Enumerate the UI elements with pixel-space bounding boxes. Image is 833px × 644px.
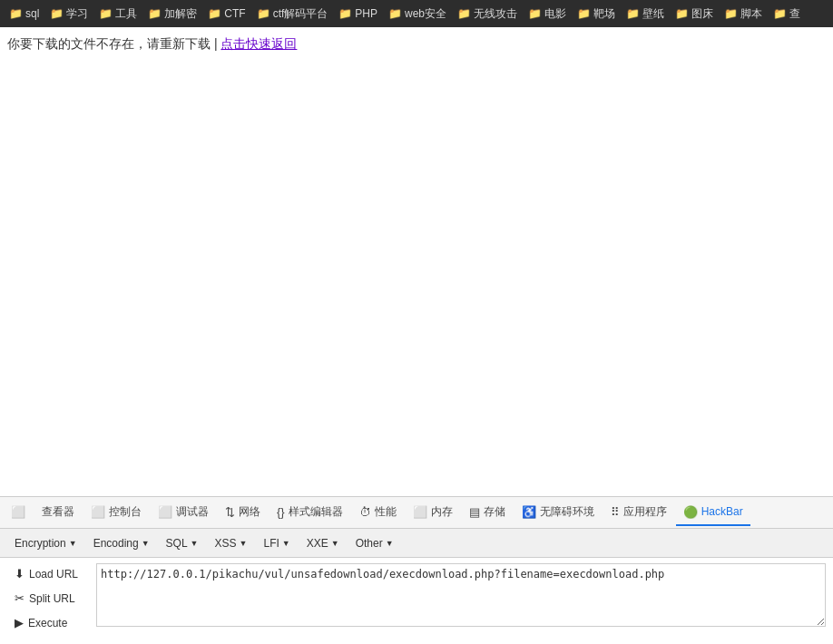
hackbar-toolbar-btn-xss[interactable]: XSS▼ <box>208 534 255 552</box>
bookmark-label: 靶场 <box>593 6 615 22</box>
split-url-label: Split URL <box>29 592 75 605</box>
hackbar-toolbar-label-3: XSS <box>215 537 237 550</box>
bookmark-label: 加解密 <box>164 6 197 22</box>
caret-icon-1: ▼ <box>142 539 150 548</box>
caret-icon-0: ▼ <box>69 539 77 548</box>
bookmark-item-工具[interactable]: 📁工具 <box>95 5 141 24</box>
devtools-tab-内存[interactable]: ⬜内存 <box>406 499 460 527</box>
execute-icon: ▶ <box>15 616 24 629</box>
bookmark-label: 查 <box>789 6 800 22</box>
error-link[interactable]: 点击快速返回 <box>220 36 297 51</box>
url-input[interactable] <box>96 563 826 627</box>
hackbar-toolbar-btn-encoding[interactable]: Encoding▼ <box>86 534 157 552</box>
devtools-tab-icon[interactable]: ⬜ <box>4 500 33 526</box>
folder-icon: 📁 <box>388 7 402 20</box>
error-message: 你要下载的文件不存在，请重新下载 | 点击快速返回 <box>7 36 826 53</box>
folder-icon: 📁 <box>675 7 689 20</box>
main-content: 你要下载的文件不存在，请重新下载 | 点击快速返回 <box>0 27 833 499</box>
folder-icon: 📁 <box>99 7 113 20</box>
folder-icon: 📁 <box>257 7 270 20</box>
bookmark-label: 图床 <box>691 6 713 22</box>
bookmark-item-加解密[interactable]: 📁加解密 <box>144 5 201 24</box>
bookmark-item-图床[interactable]: 📁图床 <box>671 5 717 24</box>
bookmark-item-PHP[interactable]: 📁PHP <box>335 5 381 22</box>
devtools-tab-控制台[interactable]: ⬜控制台 <box>83 499 149 527</box>
bookmark-label: web安全 <box>405 6 446 22</box>
tab-label-9: 无障碍环境 <box>540 504 594 520</box>
devtools-tab-应用程序[interactable]: ⠿应用程序 <box>603 499 674 527</box>
caret-icon-6: ▼ <box>386 539 394 548</box>
folder-icon: 📁 <box>724 7 738 20</box>
tab-icon-2: ⬜ <box>91 505 105 519</box>
bookmark-item-电影[interactable]: 📁电影 <box>524 5 570 24</box>
folder-icon: 📁 <box>9 7 23 20</box>
tab-icon-11: 🟢 <box>683 505 698 519</box>
bookmark-item-CTF[interactable]: 📁CTF <box>204 5 249 22</box>
folder-icon: 📁 <box>528 7 542 20</box>
hackbar-toolbar-label-0: Encryption <box>15 537 66 550</box>
tab-icon-9: ♿ <box>522 505 536 519</box>
hackbar-toolbar-btn-xxe[interactable]: XXE▼ <box>299 534 347 552</box>
bookmark-item-sql[interactable]: 📁sql <box>5 5 43 22</box>
hackbar-toolbar-btn-encryption[interactable]: Encryption▼ <box>7 534 84 552</box>
hackbar-toolbar-label-2: SQL <box>166 537 188 550</box>
tab-label-11: HackBar <box>701 505 743 518</box>
devtools-tab-性能[interactable]: ⏱性能 <box>352 499 404 527</box>
bookmark-label: CTF <box>224 7 245 20</box>
tab-icon-6: ⏱ <box>359 505 371 519</box>
bookmark-label: PHP <box>355 7 377 20</box>
tab-label-1: 查看器 <box>42 504 74 520</box>
hackbar-toolbar-btn-other[interactable]: Other▼ <box>348 534 401 552</box>
folder-icon: 📁 <box>208 7 221 20</box>
bookmark-item-查[interactable]: 📁查 <box>769 5 804 24</box>
devtools-tab-存储[interactable]: ▤存储 <box>462 499 513 527</box>
bookmark-label: 学习 <box>66 6 88 22</box>
split-url-button[interactable]: ✂ Split URL <box>7 588 89 609</box>
devtools-tab-网络[interactable]: ⇅网络 <box>218 499 268 527</box>
execute-label: Execute <box>28 617 67 629</box>
bookmark-item-ctf解码平台[interactable]: 📁ctf解码平台 <box>253 5 332 24</box>
bookmark-item-无线攻击[interactable]: 📁无线攻击 <box>454 5 521 24</box>
caret-icon-5: ▼ <box>331 539 339 548</box>
bookmark-item-壁纸[interactable]: 📁壁纸 <box>622 5 668 24</box>
tab-label-7: 内存 <box>431 504 453 520</box>
load-url-label: Load URL <box>29 568 78 581</box>
tab-icon-8: ▤ <box>469 505 480 519</box>
bookmark-item-脚本[interactable]: 📁脚本 <box>720 5 766 24</box>
devtools-tab-调试器[interactable]: ⬜调试器 <box>151 499 216 527</box>
bookmark-label: ctf解码平台 <box>273 6 328 22</box>
bookmark-item-靶场[interactable]: 📁靶场 <box>573 5 619 24</box>
devtools-tab-样式编辑器[interactable]: {}样式编辑器 <box>270 499 350 527</box>
devtools-tab-查看器[interactable]: 查看器 <box>34 499 82 527</box>
bookmark-item-学习[interactable]: 📁学习 <box>46 5 92 24</box>
folder-icon: 📁 <box>50 7 64 20</box>
tab-label-10: 应用程序 <box>623 504 667 520</box>
folder-icon: 📁 <box>338 7 352 20</box>
bookmark-label: 无线攻击 <box>474 6 517 22</box>
devtools-tab-HackBar[interactable]: 🟢HackBar <box>676 500 750 526</box>
caret-icon-3: ▼ <box>240 539 248 548</box>
error-text: 你要下载的文件不存在，请重新下载 | <box>7 36 220 51</box>
folder-icon: 📁 <box>577 7 591 20</box>
tab-icon-10: ⠿ <box>611 505 620 519</box>
hackbar-toolbar-label-6: Other <box>356 537 383 550</box>
bookmark-label: 脚本 <box>740 6 762 22</box>
load-url-button[interactable]: ⬇ Load URL <box>7 563 89 584</box>
tab-icon-7: ⬜ <box>413 505 427 519</box>
folder-icon: 📁 <box>457 7 471 20</box>
devtools-panel: ⬜查看器⬜控制台⬜调试器⇅网络{}样式编辑器⏱性能⬜内存▤存储♿无障碍环境⠿应用… <box>0 496 833 644</box>
hackbar-toolbar: Encryption▼Encoding▼SQL▼XSS▼LFI▼XXE▼Othe… <box>0 529 833 558</box>
tab-label-5: 样式编辑器 <box>289 504 343 520</box>
bookmark-item-web安全[interactable]: 📁web安全 <box>385 5 450 24</box>
execute-button[interactable]: ▶ Execute <box>7 612 89 633</box>
load-url-icon: ⬇ <box>15 567 24 581</box>
devtools-tab-无障碍环境[interactable]: ♿无障碍环境 <box>514 499 602 527</box>
hackbar-toolbar-btn-lfi[interactable]: LFI▼ <box>256 534 297 552</box>
tab-icon-4: ⇅ <box>225 505 235 519</box>
bookmark-label: 电影 <box>544 6 566 22</box>
hackbar-toolbar-btn-sql[interactable]: SQL▼ <box>159 534 206 552</box>
bookmark-label: 工具 <box>115 6 137 22</box>
tab-icon-3: ⬜ <box>158 505 172 519</box>
hackbar-url-area <box>96 563 826 639</box>
bookmarks-bar: 📁sql📁学习📁工具📁加解密📁CTF📁ctf解码平台📁PHP📁web安全📁无线攻… <box>0 0 833 27</box>
